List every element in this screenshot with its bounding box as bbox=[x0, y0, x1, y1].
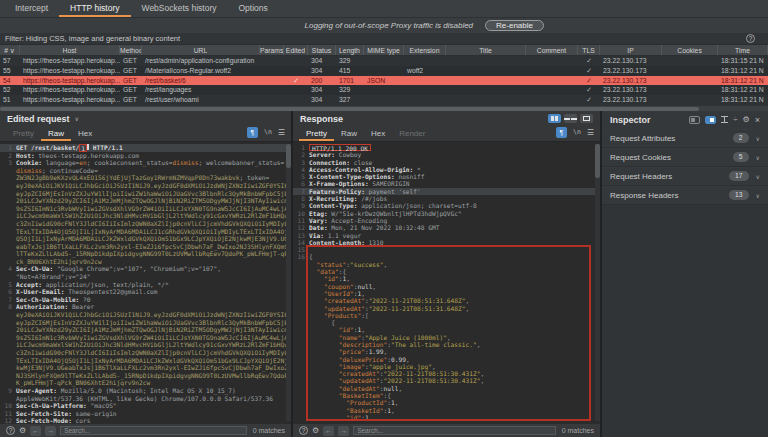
search-input[interactable] bbox=[353, 426, 556, 435]
column-header[interactable]: Extension bbox=[404, 45, 446, 55]
code-line: 12Date: Mon, 21 Nov 2022 10:32:48 GMT bbox=[293, 224, 600, 231]
layout-single-button[interactable] bbox=[580, 114, 593, 123]
response-tab-render[interactable]: Render bbox=[392, 128, 432, 141]
cell bbox=[526, 56, 578, 66]
inspector-section-response-headers[interactable]: Response Headers13∨ bbox=[602, 186, 768, 205]
tab-websockets-history[interactable]: WebSockets history bbox=[131, 0, 228, 17]
request-selector[interactable]: Edited request bbox=[7, 114, 70, 124]
gear-icon[interactable]: ⚙ bbox=[312, 426, 319, 435]
filter-text: Filter: Hiding CSS, image and general bi… bbox=[5, 34, 180, 43]
tab-http-history[interactable]: HTTP history bbox=[59, 0, 130, 17]
column-header[interactable]: URL bbox=[142, 45, 260, 55]
prev-match-button[interactable]: ← bbox=[323, 426, 334, 436]
column-header[interactable]: Cookies bbox=[662, 45, 718, 55]
cell: 304 bbox=[308, 66, 336, 76]
response-scrollbar[interactable] bbox=[595, 144, 600, 421]
editor-menu-icon[interactable]: ☰ bbox=[587, 128, 594, 137]
code-line: "deluxePrice":0.99, bbox=[293, 356, 600, 363]
response-editor[interactable]: 1HTTP/1.1 200 OK2Server: Cowboy3Connecti… bbox=[293, 142, 600, 423]
inspector-ibeam-icon[interactable] bbox=[721, 116, 728, 123]
chevron-down-icon[interactable]: ∨ bbox=[756, 154, 760, 161]
filter-bar[interactable]: Filter: Hiding CSS, image and general bi… bbox=[0, 33, 768, 45]
next-match-button[interactable]: → bbox=[338, 426, 349, 436]
table-row[interactable]: 55https://theos-testapp.herokuap...GET/M… bbox=[0, 66, 768, 76]
show-nonprintables-icon[interactable]: ¶ bbox=[247, 127, 258, 138]
layout-rows-button[interactable] bbox=[564, 114, 577, 123]
column-header[interactable]: Title bbox=[446, 45, 526, 55]
cell: 304 bbox=[308, 85, 336, 95]
filter-help-icon[interactable]: ? bbox=[746, 34, 755, 43]
response-tab-raw[interactable]: Raw bbox=[334, 128, 364, 141]
request-tab-pretty[interactable]: Pretty bbox=[6, 128, 41, 141]
chevron-down-icon[interactable]: ∨ bbox=[756, 135, 760, 142]
inspector-section-request-headers[interactable]: Request Headers17∨ bbox=[602, 167, 768, 186]
gear-icon[interactable]: ⚙ bbox=[743, 115, 750, 124]
code-line: "name":"Apple Juice (1000ml)", bbox=[293, 334, 600, 341]
cell: https://theos-testapp.herokuap... bbox=[20, 56, 120, 66]
cell bbox=[404, 76, 446, 86]
code-line: TExLTIxIDA4OjQ5OjI1LjIxNyArMDA6MDAiLCJ1c… bbox=[0, 228, 291, 236]
gear-icon[interactable]: ⚙ bbox=[19, 426, 26, 435]
prev-match-button[interactable]: ← bbox=[30, 426, 41, 436]
column-header[interactable]: TLS bbox=[578, 45, 600, 55]
column-header[interactable]: # ∨ bbox=[0, 45, 20, 55]
column-header[interactable]: Method bbox=[120, 45, 142, 55]
response-tab-hex[interactable]: Hex bbox=[364, 128, 392, 141]
request-scrollbar[interactable] bbox=[286, 144, 291, 421]
help-icon[interactable]: ? bbox=[6, 426, 15, 435]
cell bbox=[662, 66, 718, 76]
request-tab-raw[interactable]: Raw bbox=[41, 128, 71, 141]
request-editor[interactable]: 1GET /rest/basket/1 HTTP/1.12Host: theos… bbox=[0, 142, 291, 423]
code-line: 14Content-Length: 1310 bbox=[293, 239, 600, 246]
response-tab-pretty[interactable]: Pretty bbox=[299, 128, 334, 141]
column-header[interactable]: Status bbox=[308, 45, 336, 55]
cell: 304 bbox=[308, 56, 336, 66]
cell: 18:31:15 21 N bbox=[718, 56, 768, 66]
column-header[interactable]: MIME type bbox=[364, 45, 404, 55]
cell: JSON bbox=[364, 76, 404, 86]
column-header[interactable]: Host bbox=[20, 45, 120, 55]
chevron-down-icon[interactable]: ∨ bbox=[75, 115, 79, 122]
column-header[interactable]: Edited bbox=[284, 45, 308, 55]
table-row[interactable]: 51https://theos-testapp.herokuap...GET/r… bbox=[0, 95, 768, 105]
close-icon[interactable]: × bbox=[755, 115, 760, 125]
scrollbar-thumb[interactable] bbox=[286, 144, 291, 168]
code-line: 8Authorization: Bearer bbox=[0, 303, 291, 311]
layout-columns-button[interactable] bbox=[548, 114, 561, 123]
column-header[interactable]: Comment bbox=[526, 45, 578, 55]
next-match-button[interactable]: → bbox=[45, 426, 56, 436]
table-row[interactable]: 54https://theos-testapp.herokuap...GET/r… bbox=[0, 76, 768, 86]
section-label: Response Headers bbox=[610, 191, 678, 200]
code-line: ZW3N2JgBb9eKXzvQL4xEO156jYdEjUjTazGoy1RW… bbox=[0, 174, 291, 182]
tab-options[interactable]: Options bbox=[227, 0, 278, 17]
response-panel: Response PrettyRawHexRender ¶ \n ☰ 1HTTP… bbox=[293, 111, 602, 437]
help-icon[interactable]: ? bbox=[299, 426, 308, 435]
code-line: NJ3SHlynFXQm9lTTeKxZLlLAbd5-_15RNpDikdpI… bbox=[0, 372, 291, 380]
re-enable-button[interactable]: Re-enable bbox=[485, 20, 544, 31]
newline-toggle-icon[interactable]: \n bbox=[264, 128, 272, 136]
request-tab-hex[interactable]: Hex bbox=[71, 128, 99, 141]
scrollbar-thumb[interactable] bbox=[595, 144, 600, 178]
column-header[interactable]: Params bbox=[260, 45, 284, 55]
column-header[interactable]: Time bbox=[718, 45, 768, 55]
inspector-toggle-on-icon[interactable] bbox=[705, 116, 716, 124]
chevron-down-icon[interactable]: ∨ bbox=[756, 173, 760, 180]
newline-toggle-icon[interactable]: \n bbox=[573, 128, 581, 136]
tab-intercept[interactable]: Intercept bbox=[4, 0, 59, 17]
column-header[interactable]: IP bbox=[600, 45, 662, 55]
inspector-section-request-cookies[interactable]: Request Cookies5∨ bbox=[602, 148, 768, 167]
inspector-split-icon[interactable]: ÷ bbox=[733, 115, 737, 124]
code-line: 9User-Agent: Mozilla/5.0 (Macintosh; Int… bbox=[0, 387, 291, 395]
inspector-toggle-off-icon[interactable] bbox=[689, 116, 700, 124]
show-nonprintables-icon[interactable]: ¶ bbox=[556, 127, 567, 138]
inspector-section-request-attributes[interactable]: Request Attributes2∨ bbox=[602, 129, 768, 148]
cell: 23.22.130.173 bbox=[600, 66, 662, 76]
editor-menu-icon[interactable]: ☰ bbox=[278, 128, 285, 137]
code-line: iLCJwcm9maWxlSW1hZ2UiOiJhc3NldHMvcHVibGl… bbox=[0, 341, 291, 349]
cell bbox=[284, 95, 308, 105]
search-input[interactable] bbox=[60, 426, 247, 435]
chevron-down-icon[interactable]: ∨ bbox=[756, 192, 760, 199]
table-row[interactable]: 57https://theos-testapp.herokuap...GET/r… bbox=[0, 56, 768, 66]
table-row[interactable]: 52https://theos-testapp.herokuap...GET/r… bbox=[0, 85, 768, 95]
column-header[interactable]: Length bbox=[336, 45, 364, 55]
